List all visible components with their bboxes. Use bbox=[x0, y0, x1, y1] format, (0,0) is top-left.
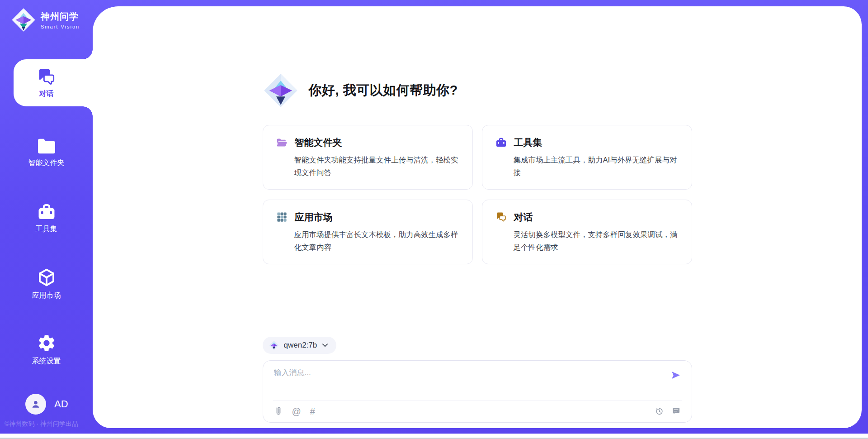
chat-icon bbox=[37, 67, 57, 86]
card-title: 智能文件夹 bbox=[295, 136, 342, 149]
message-input[interactable] bbox=[274, 367, 663, 396]
folder-open-icon bbox=[276, 137, 288, 149]
chat-welcome-area: 你好, 我可以如何帮助你? 智能文件夹 智能文件夹功能支持批量文件上传与清洗，轻… bbox=[263, 6, 692, 423]
history-icon bbox=[655, 406, 664, 416]
card-title: 应用市场 bbox=[295, 211, 333, 224]
history-button[interactable] bbox=[655, 406, 664, 416]
main-panel: 你好, 我可以如何帮助你? 智能文件夹 智能文件夹功能支持批量文件上传与清洗，轻… bbox=[93, 6, 862, 428]
message-input-box: @ # bbox=[263, 360, 692, 423]
card-title: 工具集 bbox=[514, 136, 542, 149]
model-selector[interactable]: qwen2:7b bbox=[263, 337, 337, 354]
chevron-down-icon bbox=[322, 343, 328, 348]
sidebar: 神州问学 Smart Vision 对话 智能文件夹 bbox=[0, 0, 93, 434]
cube-icon bbox=[37, 267, 57, 287]
model-logo-icon bbox=[269, 340, 279, 350]
chat-bubble-icon bbox=[671, 406, 681, 416]
toolbox-icon bbox=[37, 203, 57, 221]
brand-text: 神州问学 Smart Vision bbox=[41, 10, 80, 29]
brand: 神州问学 Smart Vision bbox=[11, 7, 80, 33]
brand-subtitle: Smart Vision bbox=[41, 24, 80, 29]
hashtag-button[interactable]: # bbox=[310, 407, 315, 416]
sidebar-item-settings[interactable]: 系统设置 bbox=[0, 327, 93, 372]
avatar bbox=[25, 394, 46, 415]
sidebar-item-label: 智能文件夹 bbox=[28, 158, 65, 168]
card-description: 灵活切换多模型文件，支持多样回复效果调试，满足个性化需求 bbox=[514, 228, 679, 254]
app-grid-icon bbox=[276, 211, 288, 223]
greeting: 你好, 我可以如何帮助你? bbox=[263, 72, 692, 109]
feedback-button[interactable] bbox=[671, 406, 681, 416]
card-app-market[interactable]: 应用市场 应用市场提供丰富长文本模板，助力高效生成多样化文章内容 bbox=[263, 200, 473, 264]
sidebar-item-label: 对话 bbox=[39, 89, 54, 99]
card-toolset[interactable]: 工具集 集成市场上主流工具，助力AI与外界无缝扩展与对接 bbox=[482, 125, 692, 190]
brand-name: 神州问学 bbox=[41, 10, 80, 23]
sidebar-item-smart-folder[interactable]: 智能文件夹 bbox=[0, 130, 93, 175]
card-description: 应用市场提供丰富长文本模板，助力高效生成多样化文章内容 bbox=[294, 228, 460, 254]
brand-logo-icon bbox=[11, 7, 36, 33]
send-button[interactable] bbox=[669, 368, 683, 382]
send-icon bbox=[670, 370, 681, 381]
attach-file-button[interactable] bbox=[274, 406, 283, 417]
greeting-title: 你好, 我可以如何帮助你? bbox=[309, 81, 458, 100]
chat-icon bbox=[495, 211, 507, 223]
mention-button[interactable]: @ bbox=[292, 407, 301, 416]
sidebar-footer: ©神州数码 · 神州问学出品 bbox=[5, 420, 93, 428]
sidebar-item-app-market[interactable]: 应用市场 bbox=[0, 261, 93, 306]
sidebar-item-chat[interactable]: 对话 bbox=[14, 59, 93, 106]
sidebar-item-label: 应用市场 bbox=[32, 291, 61, 301]
paperclip-icon bbox=[274, 406, 283, 417]
assistant-logo-icon bbox=[263, 72, 299, 109]
card-description: 智能文件夹功能支持批量文件上传与清洗，轻松实现文件问答 bbox=[294, 153, 460, 179]
card-description: 集成市场上主流工具，助力AI与外界无缝扩展与对接 bbox=[514, 153, 679, 179]
feature-cards: 智能文件夹 智能文件夹功能支持批量文件上传与清洗，轻松实现文件问答 工具集 bbox=[263, 125, 692, 264]
window-bottom-strip bbox=[0, 434, 868, 439]
folder-icon bbox=[36, 138, 57, 155]
card-chat[interactable]: 对话 灵活切换多模型文件，支持多样回复效果调试，满足个性化需求 bbox=[482, 200, 692, 264]
user-initials: AD bbox=[54, 398, 68, 410]
person-icon bbox=[30, 398, 42, 410]
app-root: 你好, 我可以如何帮助你? 智能文件夹 智能文件夹功能支持批量文件上传与清洗，轻… bbox=[0, 0, 868, 434]
sidebar-item-label: 工具集 bbox=[36, 224, 57, 234]
toolbox-icon bbox=[495, 137, 507, 149]
sidebar-item-toolset[interactable]: 工具集 bbox=[0, 196, 93, 241]
model-name: qwen2:7b bbox=[284, 341, 317, 350]
card-smart-folder[interactable]: 智能文件夹 智能文件夹功能支持批量文件上传与清洗，轻松实现文件问答 bbox=[263, 125, 473, 190]
card-title: 对话 bbox=[514, 211, 533, 224]
sidebar-item-label: 系统设置 bbox=[32, 357, 61, 366]
user-profile[interactable]: AD bbox=[25, 394, 68, 415]
gear-icon bbox=[37, 333, 57, 353]
composer: qwen2:7b bbox=[263, 337, 692, 423]
